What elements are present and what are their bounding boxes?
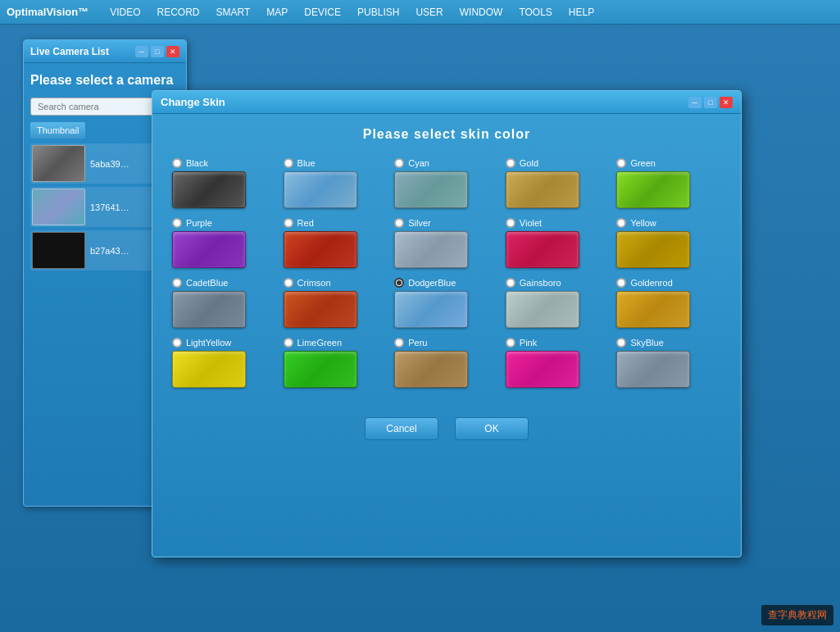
color-item-red[interactable]: Red <box>284 218 388 268</box>
color-radio-black[interactable] <box>172 158 182 168</box>
dialog-footer: Cancel OK <box>172 404 721 440</box>
menu-publish[interactable]: PUBLISH <box>349 3 407 21</box>
color-item-peru[interactable]: Peru <box>394 338 499 388</box>
menu-smart[interactable]: SMART <box>208 3 259 21</box>
color-item-cadetblue[interactable]: CadetBlue <box>172 278 277 328</box>
color-item-purple[interactable]: Purple <box>172 218 277 268</box>
menu-help[interactable]: HELP <box>561 3 602 21</box>
color-swatch-yellow[interactable] <box>616 231 690 268</box>
color-item-crimson[interactable]: Crimson <box>284 278 388 328</box>
color-swatch-gainsboro[interactable] <box>506 291 579 328</box>
color-radio-skyblue[interactable] <box>616 338 626 348</box>
color-swatch-violet[interactable] <box>506 231 579 268</box>
color-name-crimson: Crimson <box>297 278 331 288</box>
color-radio-row-violet: Violet <box>506 218 542 228</box>
color-item-dodgerblue[interactable]: DodgerBlue <box>394 278 499 328</box>
skin-dialog-minimize[interactable]: ─ <box>688 97 702 108</box>
color-radio-gainsboro[interactable] <box>506 278 515 288</box>
color-item-yellow[interactable]: Yellow <box>616 218 721 268</box>
color-swatch-limegreen[interactable] <box>284 351 357 388</box>
color-swatch-green[interactable] <box>616 171 690 208</box>
skin-dialog-titlebar: Change Skin ─ □ ✕ <box>152 91 741 114</box>
color-radio-row-limegreen: LimeGreen <box>284 338 342 348</box>
color-item-gainsboro[interactable]: Gainsboro <box>506 278 611 328</box>
menu-map[interactable]: MAP <box>258 3 296 21</box>
color-item-green[interactable]: Green <box>616 158 721 208</box>
camera-thumb-0 <box>32 145 85 182</box>
color-radio-pink[interactable] <box>506 338 515 348</box>
cancel-button[interactable]: Cancel <box>365 417 438 440</box>
color-item-lightyellow[interactable]: LightYellow <box>172 338 277 388</box>
color-radio-row-cyan: Cyan <box>394 158 429 168</box>
skin-dialog-maximize[interactable]: □ <box>704 97 717 108</box>
color-radio-violet[interactable] <box>506 218 515 228</box>
menu-video[interactable]: VIDEO <box>102 3 148 21</box>
color-radio-yellow[interactable] <box>616 218 626 228</box>
app-brand: OptimalVision™ <box>7 6 89 18</box>
menu-tools[interactable]: TOOLS <box>511 3 560 21</box>
menu-device[interactable]: DEVICE <box>296 3 349 21</box>
color-item-silver[interactable]: Silver <box>394 218 499 268</box>
color-swatch-gold[interactable] <box>506 171 579 208</box>
color-swatch-cadetblue[interactable] <box>172 291 246 328</box>
color-swatch-black[interactable] <box>172 171 246 208</box>
color-item-black[interactable]: Black <box>172 158 277 208</box>
color-name-silver: Silver <box>408 218 431 228</box>
color-swatch-skyblue[interactable] <box>616 351 690 388</box>
menu-user[interactable]: USER <box>407 3 451 21</box>
color-swatch-lightyellow[interactable] <box>172 351 246 388</box>
color-radio-dodgerblue[interactable] <box>394 278 404 288</box>
color-name-skyblue: SkyBlue <box>630 338 663 348</box>
color-radio-goldenrod[interactable] <box>616 278 626 288</box>
color-swatch-crimson[interactable] <box>284 291 357 328</box>
color-swatch-pink[interactable] <box>506 351 579 388</box>
color-name-peru: Peru <box>408 338 427 348</box>
color-radio-silver[interactable] <box>394 218 404 228</box>
watermark-text: 查字典教程网 <box>768 609 827 621</box>
color-radio-peru[interactable] <box>394 338 404 348</box>
ok-button[interactable]: OK <box>455 417 529 440</box>
color-item-skyblue[interactable]: SkyBlue <box>616 338 721 388</box>
color-radio-lightyellow[interactable] <box>172 338 182 348</box>
color-swatch-goldenrod[interactable] <box>616 291 690 328</box>
color-swatch-red[interactable] <box>284 231 357 268</box>
color-radio-cadetblue[interactable] <box>172 278 182 288</box>
color-radio-blue[interactable] <box>284 158 293 168</box>
color-swatch-purple[interactable] <box>172 231 246 268</box>
skin-dialog-content: Please select skin color BlackBlueCyanGo… <box>152 114 741 453</box>
color-item-cyan[interactable]: Cyan <box>394 158 499 208</box>
skin-dialog-close[interactable]: ✕ <box>720 97 733 108</box>
color-name-goldenrod: Goldenrod <box>630 278 672 288</box>
color-swatch-dodgerblue[interactable] <box>394 291 468 328</box>
color-radio-gold[interactable] <box>506 158 515 168</box>
color-radio-row-silver: Silver <box>394 218 431 228</box>
color-item-goldenrod[interactable]: Goldenrod <box>616 278 721 328</box>
skin-dialog-title: Change Skin <box>161 96 225 108</box>
color-name-violet: Violet <box>520 218 542 228</box>
color-item-violet[interactable]: Violet <box>506 218 611 268</box>
color-swatch-blue[interactable] <box>284 171 357 208</box>
color-item-pink[interactable]: Pink <box>506 338 611 388</box>
menu-record[interactable]: RECORD <box>149 3 208 21</box>
menu-window[interactable]: WINDOW <box>452 3 511 21</box>
color-swatch-cyan[interactable] <box>394 171 468 208</box>
camera-thumb-1 <box>32 189 85 225</box>
color-item-blue[interactable]: Blue <box>284 158 388 208</box>
color-radio-row-goldenrod: Goldenrod <box>616 278 672 288</box>
skin-select-title: Please select skin color <box>172 127 721 142</box>
live-camera-close[interactable]: ✕ <box>166 46 179 57</box>
color-radio-row-pink: Pink <box>506 338 537 348</box>
live-camera-maximize[interactable]: □ <box>151 46 164 57</box>
color-radio-cyan[interactable] <box>394 158 404 168</box>
live-camera-minimize[interactable]: ─ <box>135 46 148 57</box>
color-radio-purple[interactable] <box>172 218 182 228</box>
color-item-limegreen[interactable]: LimeGreen <box>284 338 388 388</box>
color-radio-limegreen[interactable] <box>284 338 293 348</box>
color-swatch-silver[interactable] <box>394 231 468 268</box>
skin-dialog: Change Skin ─ □ ✕ Please select skin col… <box>152 90 742 557</box>
color-swatch-peru[interactable] <box>394 351 468 388</box>
color-radio-crimson[interactable] <box>284 278 293 288</box>
color-item-gold[interactable]: Gold <box>506 158 611 208</box>
color-radio-red[interactable] <box>284 218 293 228</box>
color-radio-green[interactable] <box>616 158 626 168</box>
